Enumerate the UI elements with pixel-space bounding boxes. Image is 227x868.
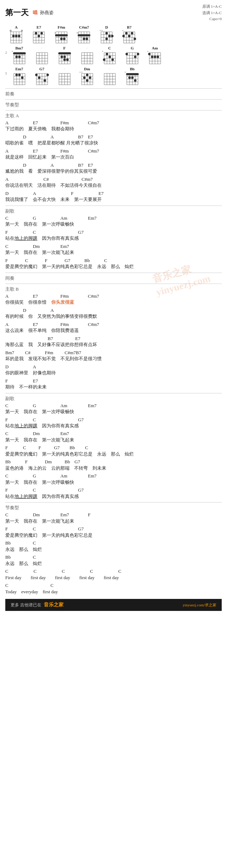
title-area: 第一天 唱 孙燕姿 bbox=[5, 7, 54, 18]
svg-point-256 bbox=[134, 79, 136, 82]
block-12: D A 有的时候 你 又突然为我的事情变得很费默 bbox=[5, 307, 222, 320]
svg-text:x x: x x bbox=[100, 30, 103, 32]
svg-point-230 bbox=[89, 76, 91, 79]
block-13: A E7 F#m C#m7 这么说来 很不单纯 你陪我费逍遥 bbox=[5, 321, 222, 334]
block-19: F C G7 站在地上的脚踝 因为你而有真实感 bbox=[5, 417, 222, 430]
lyrics-20: 第一天 我存在 第一次能飞起来 bbox=[5, 436, 222, 444]
lyrics-28: 永远 那么 灿烂 bbox=[5, 560, 222, 567]
svg-point-228 bbox=[86, 73, 88, 76]
svg-point-27 bbox=[38, 35, 40, 37]
svg-point-177 bbox=[151, 55, 153, 58]
chord-diagram-x1: · bbox=[31, 46, 53, 65]
svg-point-206 bbox=[43, 79, 46, 82]
svg-point-83 bbox=[125, 32, 128, 34]
svg-point-55 bbox=[86, 37, 88, 40]
chord: C bbox=[5, 403, 15, 409]
lyrics-21: 爱是腾空的魔幻 第一天的纯真色彩它总是 永远 那么 灿烂 bbox=[5, 451, 222, 458]
block-1: A E7 F#m C#m7 下过雨的 夏天傍晚 我都会期待 bbox=[5, 120, 222, 133]
lyrics-13: 这么说来 很不单纯 你陪我费逍遥 bbox=[5, 327, 222, 334]
chord-diagram-B7: B7 x bbox=[118, 25, 140, 44]
chord: Dm bbox=[33, 512, 43, 518]
block-26: F C G7 爱是腾空的魔幻 第一天的纯真色彩它总是 bbox=[5, 526, 222, 539]
lyrics-30: Today everyday first day bbox=[5, 588, 222, 596]
svg-point-25 bbox=[35, 32, 37, 34]
chord-diagram-x3: · bbox=[54, 67, 76, 86]
chord: C#m7 bbox=[88, 321, 99, 328]
chord-diagram-Bm7: Bm7 x bbox=[8, 46, 30, 65]
lyrics-26: 爱是腾空的魔幻 第一天的纯真色彩它总是 bbox=[5, 532, 222, 539]
svg-point-254 bbox=[128, 76, 131, 79]
svg-point-190 bbox=[15, 73, 18, 76]
lyrics-23: 第一天 我存在 第一次呼吸畅快 bbox=[5, 479, 222, 486]
lyrics-24: 站在地上的脚踝 因为你而有真实感 bbox=[5, 493, 222, 500]
chord: C bbox=[33, 554, 43, 560]
lyrics-8: 站在地上的脚踝 因为你而有真实感 bbox=[5, 235, 222, 242]
svg-rect-122 bbox=[58, 52, 71, 54]
chord: F bbox=[5, 526, 15, 532]
chord: G bbox=[33, 473, 43, 479]
block-28: Bb C 永远 那么 灿烂 bbox=[5, 554, 222, 567]
svg-rect-53 bbox=[78, 34, 90, 36]
svg-point-148 bbox=[106, 53, 108, 55]
chord-diagrams-row1: A E7 bbox=[5, 25, 222, 44]
lyrics-22: 蓝色的港 海上的云 云的那端 不转弯 到未来 bbox=[5, 465, 222, 472]
chord: G7 bbox=[78, 417, 88, 423]
chord: C#m7 bbox=[88, 293, 99, 299]
svg-point-204 bbox=[46, 73, 49, 76]
chord: C bbox=[5, 430, 15, 437]
svg-point-151 bbox=[111, 58, 114, 61]
chord: G7 bbox=[78, 526, 88, 532]
svg-point-191 bbox=[18, 73, 20, 76]
svg-point-71 bbox=[106, 37, 108, 40]
block-10: F C F G7 Bb C 爱是腾空的魔幻 第一天的纯真色彩它总是 永远 那么 … bbox=[5, 257, 222, 270]
chord: Dm bbox=[45, 459, 55, 465]
lyrics-11: 你很搞笑 你很奈惜 你头发很蓝 bbox=[5, 299, 222, 306]
singer-icon: 唱 bbox=[33, 10, 37, 15]
chord: C#m7 bbox=[88, 120, 99, 126]
svg-point-255 bbox=[131, 76, 133, 79]
svg-point-162 bbox=[125, 53, 128, 55]
lyrics-12: 有的时候 你 又突然为我的事情变得很费默 bbox=[5, 313, 222, 320]
chord: C bbox=[33, 487, 43, 493]
svg-text:x: x bbox=[102, 50, 103, 53]
lyrics-19: 站在地上的脚踝 因为你而有真实感 bbox=[5, 422, 222, 430]
section-rhythm: 节奏型 bbox=[5, 102, 222, 108]
chord: F bbox=[38, 445, 46, 451]
lyrics-7: 第一天 我存在 第一次呼吸畅快 bbox=[5, 221, 222, 228]
divider1 bbox=[5, 88, 222, 89]
svg-point-164 bbox=[134, 55, 136, 58]
chord: F bbox=[25, 459, 35, 465]
chord-diagram-Am: Am x bbox=[144, 46, 166, 65]
lyrics-29: First day first day first day first day … bbox=[5, 574, 222, 582]
lyrics-15: 坏的是我 发现不知不觉 不见到你不是很习惯 bbox=[5, 355, 222, 363]
svg-point-84 bbox=[131, 32, 133, 34]
section-prelude: 前奏 bbox=[5, 91, 222, 97]
chord-diagrams-row3: 5 Em7 G7 bbox=[5, 67, 222, 86]
chord: C bbox=[23, 445, 31, 451]
chord: C bbox=[62, 568, 76, 575]
block-14: B7 E7 海那么蓝 我 又好像不应该把你想得有点坏 bbox=[5, 335, 222, 349]
key2: 选调 1=A-C bbox=[202, 10, 222, 16]
chord-diagram-Dm: Dm x x bbox=[76, 67, 98, 86]
section-chorus1: 副歌 bbox=[5, 208, 222, 214]
svg-point-68 bbox=[106, 32, 108, 34]
block-30: C C Today everyday first day bbox=[5, 582, 222, 595]
svg-point-13 bbox=[10, 30, 11, 31]
chord: Bb bbox=[5, 459, 15, 465]
svg-point-70 bbox=[111, 35, 114, 37]
chord: C bbox=[33, 417, 43, 423]
chord: C bbox=[5, 582, 15, 589]
chord: F bbox=[5, 417, 15, 423]
lyrics-14: 海那么蓝 我 又好像不应该把你想得有点坏 bbox=[5, 341, 222, 349]
chord: Em7 bbox=[88, 473, 98, 479]
block-24: F C G7 站在地上的脚踝 因为你而有真实感 bbox=[5, 487, 222, 500]
svg-point-125 bbox=[63, 58, 66, 61]
svg-point-149 bbox=[108, 55, 111, 58]
lyrics-27: 永远 那么 灿烂 bbox=[5, 546, 222, 553]
svg-point-150 bbox=[103, 58, 105, 61]
chord: Am bbox=[60, 403, 70, 409]
lyrics-6: 我说我懂了 会不会大快 未来 第一天要展开 bbox=[5, 196, 222, 203]
svg-rect-99 bbox=[13, 52, 26, 54]
svg-text:4: 4 bbox=[77, 31, 78, 34]
svg-text:x: x bbox=[12, 50, 13, 53]
